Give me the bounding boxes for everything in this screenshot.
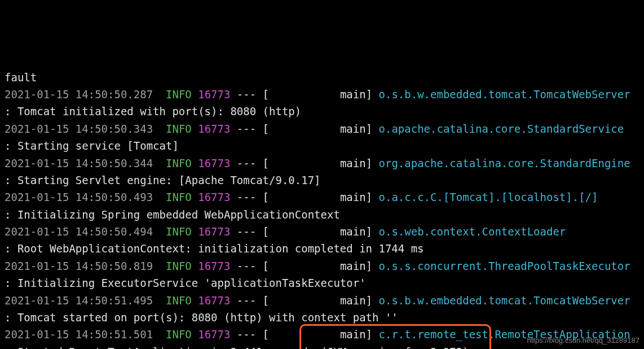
thread: main] (269, 191, 378, 203)
separator: --- [ (230, 123, 269, 135)
truncated-text: fault (5, 71, 37, 84)
pid: 16773 (198, 123, 230, 135)
timestamp: 2021-01-15 14:50:50.343 (5, 123, 153, 135)
pid: 16773 (198, 294, 230, 307)
message: Starting service [Tomcat] (17, 139, 179, 152)
message: Tomcat initialized with port(s): 8080 (h… (17, 105, 301, 117)
separator: --- [ (230, 157, 269, 169)
separator: --- [ (230, 328, 269, 341)
pid: 16773 (198, 157, 230, 169)
logger: o.a.c.c.C.[Tomcat].[localhost].[/] (379, 191, 598, 203)
log-level: INFO (166, 260, 192, 272)
thread: main] (269, 157, 378, 169)
log-level: INFO (166, 328, 192, 341)
separator: --- [ (230, 88, 269, 101)
timestamp: 2021-01-15 14:50:51.501 (5, 328, 153, 341)
separator: --- [ (230, 225, 269, 238)
timestamp: 2021-01-15 14:50:51.495 (5, 294, 153, 307)
logger: o.s.b.w.embedded.tomcat.TomcatWebServer (379, 294, 630, 307)
thread: main] (269, 294, 378, 307)
message: Started RemoteTestApplication in 3.441 s… (17, 346, 469, 349)
timestamp: 2021-01-15 14:50:50.494 (5, 225, 153, 238)
logger: o.s.web.context.ContextLoader (379, 225, 566, 238)
thread: main] (269, 260, 378, 272)
message: Tomcat started on port(s): 8080 (http) w… (17, 311, 398, 324)
log-level: INFO (166, 225, 192, 238)
separator: --- [ (230, 260, 269, 272)
thread: main] (269, 123, 378, 135)
thread: main] (269, 88, 378, 101)
message: Root WebApplicationContext: initializati… (17, 242, 424, 255)
log-level: INFO (166, 191, 192, 203)
log-level: INFO (166, 88, 192, 101)
message: Starting Servlet engine: [Apache Tomcat/… (17, 174, 321, 186)
watermark-text: https://blog.csdn.net/qq_31289187 (527, 335, 640, 347)
pid: 16773 (198, 225, 230, 238)
log-level: INFO (166, 123, 192, 135)
log-level: INFO (166, 294, 192, 307)
pid: 16773 (198, 191, 230, 203)
message: Initializing ExecutorService 'applicatio… (17, 277, 366, 289)
logger: o.s.b.w.embedded.tomcat.TomcatWebServer (379, 88, 630, 101)
pid: 16773 (198, 88, 230, 101)
log-output: fault 2021-01-15 14:50:50.287 INFO 16773… (5, 69, 639, 349)
log-level: INFO (166, 157, 192, 169)
timestamp: 2021-01-15 14:50:50.493 (5, 191, 153, 203)
thread: main] (269, 328, 378, 341)
timestamp: 2021-01-15 14:50:50.344 (5, 157, 153, 169)
timestamp: 2021-01-15 14:50:50.287 (5, 88, 153, 101)
separator: --- [ (230, 191, 269, 203)
separator: --- [ (230, 294, 269, 307)
logger: org.apache.catalina.core.StandardEngine (379, 157, 630, 169)
pid: 16773 (198, 328, 230, 341)
pid: 16773 (198, 260, 230, 272)
logger: o.apache.catalina.core.StandardService (379, 123, 624, 135)
thread: main] (269, 225, 378, 238)
logger: o.s.s.concurrent.ThreadPoolTaskExecutor (379, 260, 630, 272)
message: Initializing Spring embedded WebApplicat… (17, 208, 340, 221)
timestamp: 2021-01-15 14:50:50.819 (5, 260, 153, 272)
